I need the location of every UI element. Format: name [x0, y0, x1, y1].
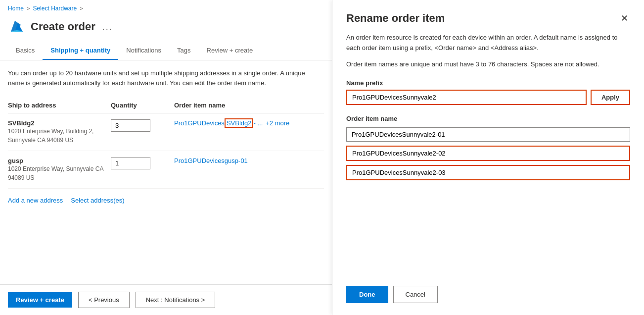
page-menu[interactable]: ... [102, 22, 113, 32]
cancel-button[interactable]: Cancel [393, 286, 438, 303]
next-button[interactable]: Next : Notifications > [136, 292, 216, 308]
tab-review[interactable]: Review + create [199, 42, 261, 60]
breadcrumb-sep2: > [80, 5, 83, 11]
table-header: Ship to address Quantity Order item name [8, 98, 324, 113]
order-item-name-label: Order item name [346, 115, 630, 122]
order-item-highlighted-1: SVBldg2 [225, 118, 254, 128]
address-detail-1: 1020 Enterprise Way, Building 2, Sunnyva… [8, 127, 107, 145]
tabs: Basics Shipping + quantity Notifications… [0, 42, 332, 60]
order-item-cell-2: Pro1GPUDevicesgusp-01 [174, 157, 324, 164]
rename-modal: Rename order item ✕ An order item resour… [332, 0, 644, 315]
breadcrumb-sep1: > [27, 5, 30, 11]
add-address-link[interactable]: Add a new address [8, 197, 63, 204]
modal-desc2: Order item names are unique and must hav… [346, 59, 630, 70]
name-input-row-1 [346, 127, 630, 142]
previous-button[interactable]: < Previous [78, 292, 130, 308]
quantity-input-1[interactable] [111, 119, 150, 132]
col-order-item: Order item name [174, 102, 324, 109]
prefix-row: Apply [346, 90, 630, 105]
page-description: You can order up to 20 hardware units an… [8, 68, 315, 88]
tab-tags[interactable]: Tags [169, 42, 198, 60]
tab-notifications[interactable]: Notifications [118, 42, 169, 60]
breadcrumb: Home > Select Hardware > [0, 0, 332, 15]
review-create-button[interactable]: Review + create [8, 292, 72, 308]
address-detail-2: 1020 Enterprise Way, Sunnyvale CA 94089 … [8, 164, 107, 182]
modal-title: Rename order item [346, 12, 445, 25]
order-item-cell-1: Pro1GPUDevicesSVBldg2- ... +2 more [174, 119, 324, 127]
table-row-2: gusp 1020 Enterprise Way, Sunnyvale CA 9… [8, 151, 324, 189]
address-name-2: gusp [8, 157, 107, 164]
order-item-link-1[interactable]: Pro1GPUDevicesSVBldg2- ... [174, 119, 263, 127]
page-header: Create order ... [0, 15, 332, 42]
name-prefix-label: Name prefix [346, 79, 630, 87]
name-input-row-3 [346, 165, 630, 180]
modal-footer: Done Cancel [346, 286, 630, 303]
col-address: Ship to address [8, 102, 107, 109]
quantity-cell-2[interactable] [111, 157, 170, 169]
content-area: You can order up to 20 hardware units an… [0, 60, 332, 284]
breadcrumb-select-hardware[interactable]: Select Hardware [33, 5, 77, 12]
name-input-row-2 [346, 146, 630, 161]
modal-desc1: An order item resource is created for ea… [346, 33, 630, 53]
select-address-link[interactable]: Select address(es) [71, 197, 124, 204]
table-row: SVBldg2 1020 Enterprise Way, Building 2,… [8, 113, 324, 151]
modal-header: Rename order item ✕ [346, 12, 630, 25]
order-item-more-1[interactable]: +2 more [266, 119, 289, 127]
prefix-input[interactable] [346, 90, 587, 105]
apply-button[interactable]: Apply [591, 90, 630, 105]
modal-close-button[interactable]: ✕ [619, 12, 630, 25]
order-item-link-2[interactable]: Pro1GPUDevicesgusp-01 [174, 157, 248, 164]
address-cell-2: gusp 1020 Enterprise Way, Sunnyvale CA 9… [8, 157, 107, 182]
name-input-3[interactable] [346, 165, 630, 180]
name-input-2[interactable] [346, 146, 630, 161]
azure-icon [8, 18, 26, 36]
bottom-bar: Review + create < Previous Next : Notifi… [0, 284, 332, 315]
breadcrumb-home[interactable]: Home [8, 5, 24, 12]
col-quantity: Quantity [111, 102, 170, 109]
quantity-cell-1[interactable] [111, 119, 170, 132]
done-button[interactable]: Done [346, 286, 388, 303]
page-title: Create order [31, 20, 95, 33]
quantity-input-2[interactable] [111, 157, 150, 169]
address-cell-1: SVBldg2 1020 Enterprise Way, Building 2,… [8, 119, 107, 145]
tab-basics[interactable]: Basics [8, 42, 43, 60]
add-links: Add a new address Select address(es) [8, 189, 324, 212]
address-name-1: SVBldg2 [8, 119, 107, 127]
tab-shipping[interactable]: Shipping + quantity [43, 42, 118, 60]
name-input-1[interactable] [346, 127, 630, 142]
